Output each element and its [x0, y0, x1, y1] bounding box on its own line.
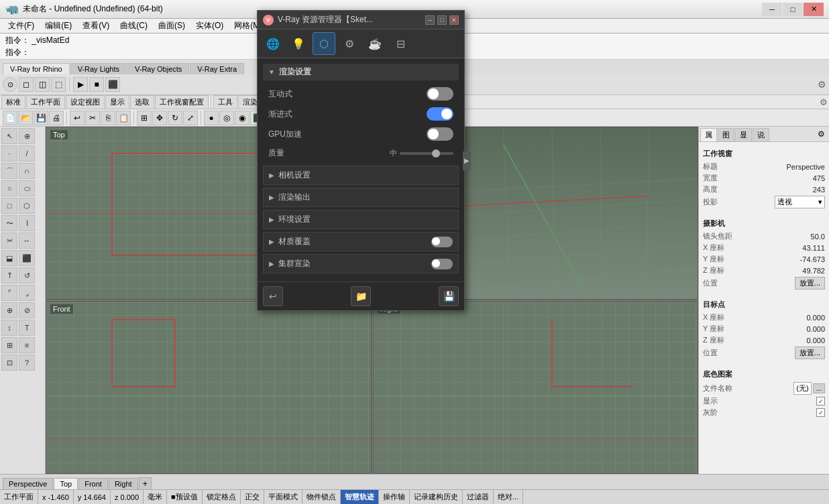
boolean-tool[interactable]: ⊕ [1, 302, 17, 318]
tb2-viewconfig[interactable]: 工作视窗配置 [155, 95, 209, 109]
new-file-btn[interactable]: 📄 [3, 111, 17, 125]
undo-btn[interactable]: ↩ [70, 111, 85, 125]
viewport-right[interactable]: Right [373, 301, 699, 474]
cam-pos-button[interactable]: 放置... [795, 277, 825, 290]
rp-tab-help[interactable]: 说 [753, 128, 769, 141]
revolve-tool[interactable]: ↺ [19, 267, 35, 284]
extrude-tool[interactable]: ⤒ [1, 267, 17, 284]
viewport-front-label[interactable]: Front [50, 304, 73, 314]
cursor2-tool[interactable]: ⊕ [19, 128, 35, 144]
vray-cluster-header[interactable]: ▶ 集群宣染 [264, 255, 458, 273]
gpu-toggle[interactable] [427, 127, 453, 141]
surface-tool[interactable]: ⬓ [1, 250, 17, 266]
status-absolute[interactable]: 绝对... [494, 490, 523, 504]
vray-tab-globe[interactable]: 🌐 [262, 32, 284, 55]
cluster-toggle[interactable] [431, 259, 453, 269]
ellipse-tool[interactable]: ⬭ [19, 180, 35, 196]
rotate-btn[interactable]: ↻ [168, 111, 182, 125]
view-tab-perspective[interactable]: Perspective [3, 478, 53, 489]
vray-tool-1[interactable]: ⊙ [3, 77, 17, 92]
vray-save-button[interactable]: 💾 [439, 286, 459, 306]
vray-tab-extra[interactable]: V-Ray Extra [190, 63, 244, 74]
rp-tab-display[interactable]: 显 [735, 128, 752, 141]
view-tab-top[interactable]: Top [54, 478, 78, 489]
material-toggle[interactable] [431, 237, 453, 247]
menu-surface[interactable]: 曲面(S) [153, 19, 190, 33]
freeform-tool[interactable]: 〜 [1, 215, 17, 231]
arc-tool[interactable]: ∩ [19, 163, 35, 179]
layer-tool[interactable]: ≡ [19, 337, 35, 353]
viewport-front[interactable]: Front [46, 301, 372, 474]
cut-btn[interactable]: ✂ [85, 111, 100, 125]
status-snap-obj[interactable]: 物件锁点 [302, 490, 341, 504]
rect-tool[interactable]: □ [1, 198, 17, 214]
paste-btn[interactable]: 📋 [116, 111, 131, 125]
vray-folder-button[interactable]: 📁 [351, 286, 371, 306]
vray-render-settings-header[interactable]: ▼ 渲染设置 [263, 64, 459, 80]
extend-tool[interactable]: ↔ [19, 233, 35, 249]
vray-output-header[interactable]: ▶ 渲染输出 [264, 188, 458, 206]
maximize-button[interactable]: □ [783, 3, 803, 16]
fillet-tool[interactable]: ⌜ [1, 285, 17, 301]
vray-tab-layers[interactable]: ⊟ [389, 32, 412, 55]
menu-edit[interactable]: 编辑(E) [40, 19, 77, 33]
vray-tab-for-rhino[interactable]: V-Ray for Rhino [3, 63, 70, 74]
copy-btn[interactable]: ⎘ [101, 111, 115, 125]
vray-dialog-close[interactable]: ✕ [449, 15, 459, 25]
rp-tab-layers[interactable]: 图 [718, 128, 734, 141]
tb2-display[interactable]: 显示 [105, 95, 129, 109]
menu-curve[interactable]: 曲线(C) [115, 19, 153, 33]
minimize-button[interactable]: ─ [762, 3, 782, 16]
status-ortho[interactable]: 正交 [241, 490, 264, 504]
save-btn[interactable]: 💾 [34, 111, 48, 125]
render3-btn[interactable]: ◉ [235, 111, 250, 125]
vray-material-header[interactable]: ▶ 材质覆盖 [264, 233, 458, 251]
add-view-tab-button[interactable]: + [139, 477, 152, 489]
circle-tool[interactable]: ○ [1, 180, 17, 196]
rp-tab-props[interactable]: 属 [700, 128, 717, 141]
move-btn[interactable]: ✥ [152, 111, 167, 125]
quality-slider-track[interactable] [400, 152, 453, 155]
vray-tab-teapot[interactable]: ☕ [364, 32, 386, 55]
vray-tool-6[interactable]: ■ [89, 77, 104, 92]
status-workspace[interactable]: 工作平面 [0, 490, 38, 504]
scale-btn[interactable]: ⤢ [183, 111, 198, 125]
tb2-standard[interactable]: 标准 [1, 95, 25, 109]
view-tab-front[interactable]: Front [78, 478, 108, 489]
draw-line-tool[interactable]: / [19, 145, 35, 162]
status-lock-grid[interactable]: 锁定格点 [203, 490, 241, 504]
status-filter[interactable]: 过滤器 [463, 490, 494, 504]
spline-tool[interactable]: ⌇ [19, 215, 35, 231]
render2-btn[interactable]: ◎ [219, 111, 234, 125]
print-btn[interactable]: 🖨 [49, 111, 64, 125]
tb2-setview[interactable]: 设定视图 [66, 95, 105, 109]
quality-slider-thumb[interactable] [432, 149, 440, 158]
vray-dialog-minimize[interactable]: ─ [425, 15, 435, 25]
select-all-btn[interactable]: ⊞ [137, 111, 152, 125]
status-flat-mode[interactable]: 平面模式 [264, 490, 302, 504]
menu-solid[interactable]: 实体(O) [190, 19, 229, 33]
status-smart-track[interactable]: 智慧轨迹 [341, 490, 379, 504]
vray-tab-box[interactable]: ⬡ [313, 32, 335, 55]
snap-tool[interactable]: ⊡ [1, 355, 17, 371]
vray-tool-3[interactable]: ◫ [35, 77, 50, 92]
status-op-axis[interactable]: 操作轴 [379, 490, 410, 504]
close-button[interactable]: ✕ [804, 3, 824, 16]
menu-file[interactable]: 文件(F) [3, 19, 40, 33]
tgt-pos-button[interactable]: 放置... [795, 346, 825, 359]
vray-tool-4[interactable]: ⬚ [51, 77, 66, 92]
draw-pt-tool[interactable]: · [1, 145, 17, 162]
vray-tab-gear[interactable]: ⚙ [338, 32, 361, 55]
vp-proj-dropdown[interactable]: 透视 ▾ [775, 196, 825, 208]
vray-camera-header[interactable]: ▶ 相机设置 [264, 166, 458, 184]
rp-settings-icon[interactable]: ⚙ [815, 128, 828, 141]
trim-tool[interactable]: ✂ [1, 233, 17, 249]
vray-tool-7[interactable]: ⬛ [105, 77, 120, 92]
cursor-tool[interactable]: ↖ [1, 128, 17, 144]
viewport-top-label[interactable]: Top [50, 130, 68, 139]
vray-tool-2[interactable]: ◻ [19, 77, 34, 92]
open-file-btn[interactable]: 📂 [18, 111, 33, 125]
bg-browse-button[interactable]: ... [813, 383, 825, 393]
vray-dialog-maximize[interactable]: □ [437, 15, 447, 25]
bg-grayscale-checkbox[interactable]: ✓ [816, 408, 825, 417]
